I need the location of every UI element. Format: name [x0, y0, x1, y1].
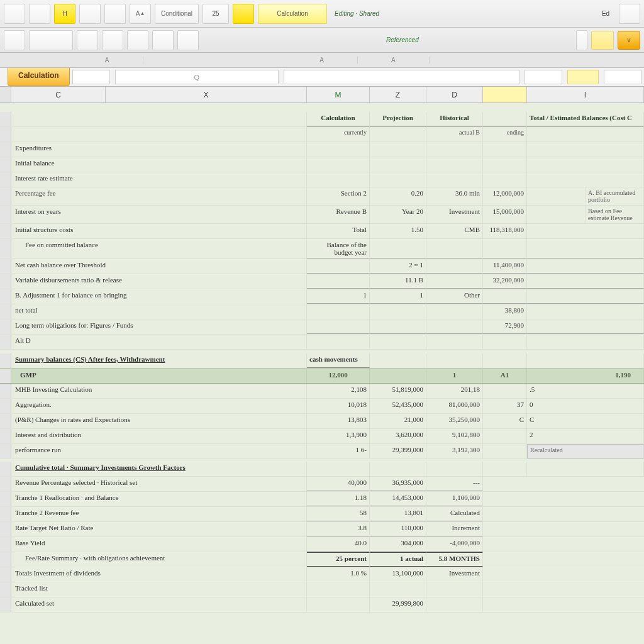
cell[interactable]: 11,400,000: [483, 259, 527, 274]
ribbon-button[interactable]: [102, 30, 123, 50]
col-header[interactable]: C: [11, 87, 106, 103]
sheet-tab-active[interactable]: Calculation: [8, 68, 70, 86]
cell[interactable]: [307, 274, 370, 289]
cell[interactable]: 32,200,000: [483, 274, 527, 289]
cell[interactable]: [307, 319, 370, 334]
cell[interactable]: [370, 172, 426, 187]
col-header[interactable]: I: [527, 87, 644, 103]
cell[interactable]: 12,000,000: [483, 187, 527, 205]
cell[interactable]: 9,102,800: [426, 429, 483, 443]
cell[interactable]: [426, 142, 483, 157]
cell[interactable]: 25 percent: [307, 552, 370, 567]
select-all-corner[interactable]: [0, 87, 11, 103]
calculation-mode-button[interactable]: Calculation: [258, 4, 327, 24]
table-row[interactable]: MHB Investing Calculation2,10851,819,000…: [0, 384, 644, 399]
cell[interactable]: 21,000: [370, 414, 426, 428]
cell[interactable]: [426, 157, 483, 172]
table-row[interactable]: Long term obligations for: Figures / Fun…: [0, 319, 644, 335]
cell[interactable]: [483, 384, 527, 398]
cell[interactable]: 40,000: [307, 477, 370, 491]
col-header[interactable]: M: [307, 87, 370, 103]
cell[interactable]: Investment: [426, 206, 483, 223]
cell[interactable]: [426, 274, 483, 289]
number-field[interactable]: 25: [203, 4, 229, 24]
cell[interactable]: [527, 142, 644, 157]
ribbon-button[interactable]: [79, 4, 101, 24]
cell[interactable]: 3.8: [307, 522, 370, 536]
cell[interactable]: 3,192,300: [426, 444, 483, 458]
cell[interactable]: [426, 304, 483, 319]
cell[interactable]: [527, 157, 644, 172]
cell[interactable]: 29,399,000: [370, 444, 426, 458]
ribbon-button[interactable]: [4, 4, 25, 24]
font-size-stepper[interactable]: A▲: [130, 4, 151, 24]
ribbon-button[interactable]: [29, 4, 50, 24]
cell[interactable]: [426, 335, 483, 349]
ribbon-button[interactable]: [104, 4, 126, 24]
cell[interactable]: [483, 142, 527, 157]
cell[interactable]: [527, 239, 644, 258]
cell[interactable]: 2,108: [307, 384, 370, 398]
cell[interactable]: 13,100,000: [370, 567, 426, 582]
col-header[interactable]: D: [426, 87, 483, 103]
table-row[interactable]: Percentage feeSection 20.2036.0 mln12,00…: [0, 187, 644, 206]
highlight-button[interactable]: H: [54, 4, 75, 24]
cell[interactable]: Investment: [426, 567, 483, 582]
cell[interactable]: 72,900: [483, 319, 527, 334]
table-row[interactable]: Interest rate estimate: [0, 172, 644, 187]
table-row[interactable]: Expenditures: [0, 142, 644, 157]
table-row[interactable]: performance run1 6-29,399,0003,192,300Re…: [0, 444, 644, 459]
cell[interactable]: [426, 582, 483, 597]
cell[interactable]: 1: [370, 289, 426, 304]
cell[interactable]: 58: [307, 507, 370, 521]
highlight-swatch[interactable]: [233, 4, 254, 24]
ribbon-button[interactable]: [127, 30, 148, 50]
aux-cell-highlight[interactable]: [567, 70, 599, 84]
cell[interactable]: 2: [527, 429, 644, 443]
cell[interactable]: Section 2: [307, 187, 370, 205]
cell[interactable]: 1 6-: [307, 444, 370, 458]
ribbon-button[interactable]: [177, 30, 199, 50]
cell[interactable]: 1,3,900: [307, 429, 370, 443]
table-row[interactable]: net total38,800: [0, 304, 644, 319]
formula-cell[interactable]: Q: [115, 70, 279, 84]
table-row[interactable]: Tracked list: [0, 582, 644, 597]
table-row[interactable]: Aggregation.10,01852,435,00081,000,00037…: [0, 399, 644, 414]
cell[interactable]: [483, 444, 527, 458]
cell[interactable]: CMB: [426, 224, 483, 238]
cell[interactable]: Calculated: [426, 507, 483, 521]
cell[interactable]: 29,999,800: [370, 597, 426, 612]
table-row[interactable]: Initial structure costsTotal1.50CMB118,3…: [0, 224, 644, 239]
cell[interactable]: [527, 172, 644, 187]
table-row[interactable]: Tranche 1 Reallocation · and Balance1.18…: [0, 492, 644, 507]
ribbon-button[interactable]: [29, 30, 73, 50]
aux-cell[interactable]: [525, 70, 562, 84]
ribbon-button[interactable]: [619, 4, 640, 24]
cell[interactable]: [527, 187, 586, 205]
aux-cell[interactable]: [604, 70, 641, 84]
name-box[interactable]: [72, 70, 110, 84]
table-row[interactable]: Revenue Percentage selected · Historical…: [0, 477, 644, 492]
col-header[interactable]: Z: [370, 87, 426, 103]
cell[interactable]: 13,801: [370, 507, 426, 521]
cell[interactable]: [370, 239, 426, 258]
cell[interactable]: 13,803: [307, 414, 370, 428]
cell[interactable]: [426, 319, 483, 334]
cell[interactable]: 2 = 1: [370, 259, 426, 274]
cell[interactable]: ---: [426, 477, 483, 491]
table-row[interactable]: Fee/Rate Summary · with obligations achi…: [0, 552, 644, 567]
cell[interactable]: 1.0 %: [307, 567, 370, 582]
cell[interactable]: [527, 206, 586, 223]
table-row[interactable]: Variable disbursements ratio & release11…: [0, 274, 644, 289]
cell[interactable]: 1,100,000: [426, 492, 483, 506]
cell[interactable]: [527, 289, 644, 304]
cell[interactable]: 36.0 mln: [426, 187, 483, 205]
table-row[interactable]: B. Adjustment 1 for balance on bringing1…: [0, 289, 644, 304]
cell[interactable]: [307, 259, 370, 274]
cell[interactable]: [426, 259, 483, 274]
cell[interactable]: [527, 224, 644, 238]
table-row[interactable]: Totals Investment of dividends1.0 %13,10…: [0, 567, 644, 582]
cell[interactable]: 118,318,000: [483, 224, 527, 238]
cell[interactable]: 1.50: [370, 224, 426, 238]
cell[interactable]: [370, 157, 426, 172]
